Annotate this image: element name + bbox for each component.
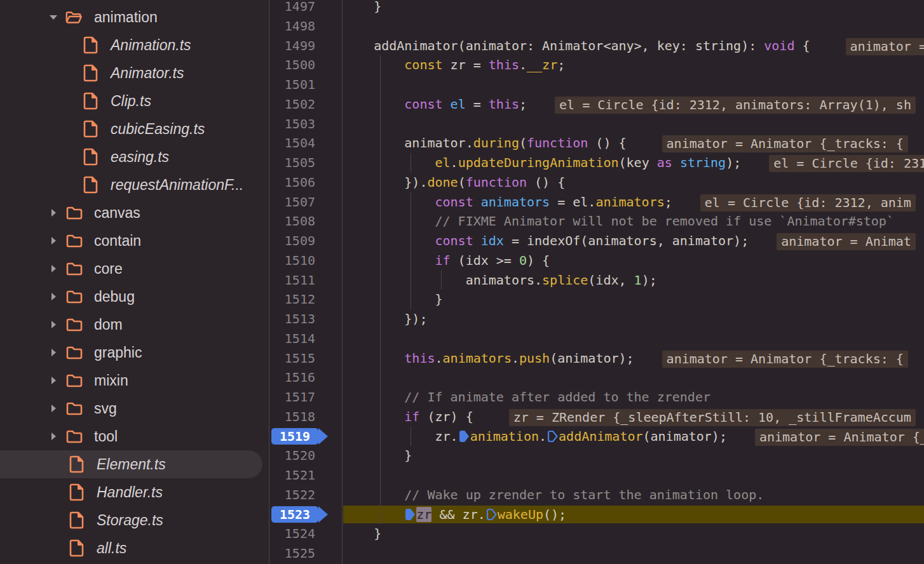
line-number[interactable]: 1525 bbox=[270, 544, 342, 563]
line-number[interactable]: 1502 bbox=[270, 95, 342, 114]
chevron-right-icon[interactable] bbox=[46, 429, 61, 444]
code-line[interactable] bbox=[343, 544, 924, 563]
code-line[interactable]: } bbox=[343, 290, 924, 309]
line-number[interactable]: 1500 bbox=[270, 55, 342, 75]
code-line[interactable]: const zr = this.__zr; bbox=[343, 55, 924, 75]
line-number[interactable]: 1509 bbox=[270, 231, 342, 251]
debug-line-badge[interactable]: 1523 bbox=[271, 506, 318, 523]
line-number[interactable]: 1506 bbox=[270, 173, 342, 192]
line-number[interactable]: 1519 bbox=[270, 427, 342, 446]
inline-debug-value: animator = Animator {_tracks: { bbox=[662, 351, 908, 368]
file-item-animation-ts[interactable]: Animation.ts bbox=[0, 31, 269, 59]
file-item-easing-ts[interactable]: easing.ts bbox=[0, 143, 269, 171]
file-item-element-ts[interactable]: Element.ts bbox=[0, 450, 269, 478]
code-line[interactable]: const idx = indexOf(animators, animator)… bbox=[343, 231, 924, 251]
code-line[interactable]: animators.splice(idx, 1); bbox=[343, 271, 924, 290]
line-number[interactable]: 1513 bbox=[270, 309, 342, 329]
code-line[interactable] bbox=[343, 75, 924, 95]
line-number[interactable]: 1499 bbox=[270, 36, 342, 56]
file-icon bbox=[67, 455, 86, 474]
file-item-cubiceasing-ts[interactable]: cubicEasing.ts bbox=[0, 115, 269, 143]
inline-breakpoint-icon[interactable] bbox=[405, 508, 416, 521]
file-item-handler-ts[interactable]: Handler.ts bbox=[0, 478, 269, 506]
chevron-right-icon[interactable] bbox=[46, 233, 61, 248]
line-number[interactable]: 1497 bbox=[270, 0, 342, 17]
code-line[interactable]: if (zr) { zr = ZRender {_sleepAfterStill… bbox=[343, 407, 924, 427]
line-number[interactable]: 1522 bbox=[270, 485, 342, 505]
line-number[interactable]: 1516 bbox=[270, 368, 342, 387]
inline-breakpoint-outline-icon[interactable] bbox=[486, 508, 497, 521]
line-number[interactable]: 1507 bbox=[270, 192, 342, 212]
folder-item-svg[interactable]: svg bbox=[0, 394, 269, 422]
file-item-animator-ts[interactable]: Animator.ts bbox=[0, 59, 269, 87]
code-area[interactable]: } addAnimator(animator: Animator<any>, k… bbox=[343, 0, 924, 564]
inline-breakpoint-outline-icon[interactable] bbox=[547, 430, 558, 443]
code-line[interactable]: if (idx >= 0) { bbox=[343, 251, 924, 271]
file-item-storage-ts[interactable]: Storage.ts bbox=[0, 506, 269, 534]
line-number[interactable]: 1521 bbox=[270, 466, 342, 485]
line-number[interactable]: 1504 bbox=[270, 133, 342, 153]
code-token: el bbox=[435, 155, 451, 170]
line-number[interactable]: 1518 bbox=[270, 407, 342, 427]
code-line[interactable]: } bbox=[343, 0, 924, 17]
code-line[interactable]: // If animate after added to the zrender bbox=[343, 387, 924, 407]
code-line[interactable]: animator.during(function () { animator =… bbox=[343, 133, 924, 153]
chevron-right-icon[interactable] bbox=[46, 401, 61, 416]
code-line[interactable]: addAnimator(animator: Animator<any>, key… bbox=[343, 36, 924, 56]
code-line[interactable] bbox=[343, 466, 924, 485]
folder-item-canvas[interactable]: canvas bbox=[0, 199, 269, 227]
folder-item-tool[interactable]: tool bbox=[0, 422, 269, 450]
code-line[interactable]: const animators = el.animators;el = Circ… bbox=[343, 192, 924, 212]
folder-item-contain[interactable]: contain bbox=[0, 227, 269, 255]
folder-item-debug[interactable]: debug bbox=[0, 283, 269, 311]
code-line[interactable]: // FIXME Animator will not be removed if… bbox=[343, 211, 924, 231]
code-line[interactable] bbox=[343, 368, 924, 387]
folder-item-core[interactable]: core bbox=[0, 255, 269, 283]
code-line[interactable]: const el = this;el = Circle {id: 2312, a… bbox=[343, 95, 924, 114]
chevron-right-icon[interactable] bbox=[46, 317, 61, 332]
line-number[interactable]: 1524 bbox=[270, 524, 342, 544]
code-line[interactable]: } bbox=[343, 446, 924, 466]
line-number-gutter[interactable]: 1497149814991500150115021503150415051506… bbox=[270, 0, 343, 564]
line-number[interactable]: 1517 bbox=[270, 387, 342, 407]
chevron-right-icon[interactable] bbox=[46, 373, 61, 388]
chevron-down-icon[interactable] bbox=[46, 10, 61, 25]
inline-breakpoint-icon[interactable] bbox=[459, 430, 470, 443]
chevron-right-icon[interactable] bbox=[46, 345, 61, 360]
folder-item-dom[interactable]: dom bbox=[0, 311, 269, 339]
file-item-requestanimationf[interactable]: requestAnimationF... bbox=[0, 171, 269, 199]
code-line[interactable]: }); bbox=[343, 309, 924, 329]
file-item-all-ts[interactable]: all.ts bbox=[0, 534, 269, 562]
line-number[interactable]: 1510 bbox=[270, 251, 342, 271]
code-line[interactable]: el.updateDuringAnimation(key as string);… bbox=[343, 153, 924, 173]
line-number[interactable]: 1508 bbox=[270, 211, 342, 231]
code-line[interactable]: }).done(function () { bbox=[343, 173, 924, 192]
line-number[interactable]: 1523 bbox=[270, 505, 342, 525]
code-line[interactable] bbox=[343, 329, 924, 349]
line-number[interactable]: 1505 bbox=[270, 153, 342, 173]
code-line[interactable] bbox=[343, 114, 924, 134]
code-line-exec-highlight[interactable]: zr && zr.wakeUp(); bbox=[343, 505, 924, 525]
chevron-right-icon[interactable] bbox=[46, 205, 61, 220]
line-number[interactable]: 1520 bbox=[270, 446, 342, 466]
code-line[interactable]: // Wake up zrender to start the animatio… bbox=[343, 485, 924, 505]
line-number[interactable]: 1501 bbox=[270, 75, 342, 95]
debug-line-badge[interactable]: 1519 bbox=[271, 428, 318, 445]
file-item-clip-ts[interactable]: Clip.ts bbox=[0, 87, 269, 115]
folder-item-animation[interactable]: animation bbox=[0, 3, 269, 31]
line-number[interactable]: 1503 bbox=[270, 114, 342, 134]
code-token: el bbox=[451, 97, 466, 112]
folder-item-graphic[interactable]: graphic bbox=[0, 339, 269, 366]
line-number[interactable]: 1512 bbox=[270, 290, 342, 309]
line-number[interactable]: 1498 bbox=[270, 17, 342, 36]
chevron-right-icon[interactable] bbox=[46, 261, 61, 276]
code-line[interactable]: this.animators.push(animator);animator =… bbox=[343, 349, 924, 368]
code-line[interactable]: } bbox=[343, 524, 924, 544]
line-number[interactable]: 1515 bbox=[270, 349, 342, 368]
line-number[interactable]: 1511 bbox=[270, 271, 342, 290]
code-line[interactable] bbox=[343, 17, 924, 36]
chevron-right-icon[interactable] bbox=[46, 289, 61, 304]
code-line[interactable]: zr.animation.addAnimator(animator);anima… bbox=[343, 427, 924, 446]
line-number[interactable]: 1514 bbox=[270, 329, 342, 349]
folder-item-mixin[interactable]: mixin bbox=[0, 366, 269, 394]
